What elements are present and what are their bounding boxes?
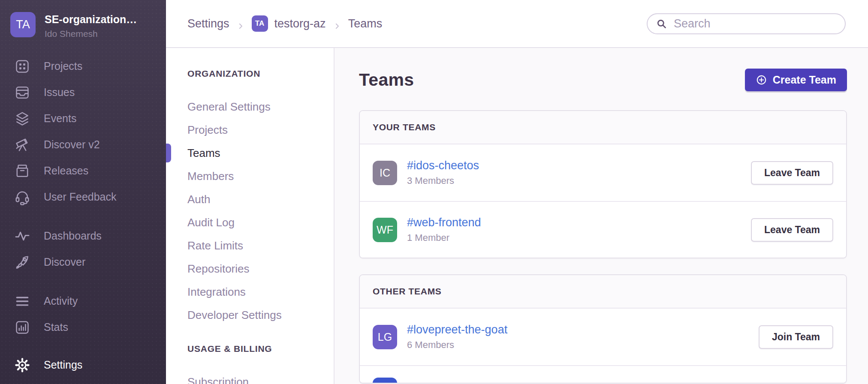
body-row: ORGANIZATION General SettingsProjectsTea… xyxy=(166,48,868,384)
sidebar-item-label: Projects xyxy=(44,60,82,72)
org-switcher[interactable]: TA SE-organization… Ido Shemesh xyxy=(0,0,166,39)
settings-nav-section: ORGANIZATION General SettingsProjectsTea… xyxy=(187,69,334,327)
search-icon xyxy=(656,18,667,30)
chevron-right-icon xyxy=(237,20,244,27)
settings-nav-item-repositories[interactable]: Repositories xyxy=(187,257,334,280)
sidebar-bottom: Settings xyxy=(0,352,166,378)
sidebar-item-label: Stats xyxy=(44,321,68,333)
sidebar-group: Dashboards Discover xyxy=(0,223,166,275)
page-head: Teams Create Team xyxy=(359,69,847,91)
team-row: WF #web-frontend 1 Member Leave Team xyxy=(360,201,846,258)
leave-team-button[interactable]: Leave Team xyxy=(751,218,833,242)
settings-nav-item-general-settings[interactable]: General Settings xyxy=(187,95,334,118)
settings-nav-section: USAGE & BILLING Subscription xyxy=(187,344,334,384)
breadcrumb-teams[interactable]: Teams xyxy=(348,17,383,30)
sidebar-item-label: Discover xyxy=(44,256,85,268)
team-avatar: WF xyxy=(373,218,397,242)
app-root: TA SE-organization… Ido Shemesh Projects… xyxy=(0,0,868,384)
settings-nav-item-auth[interactable]: Auth xyxy=(187,188,334,211)
breadcrumb-label: Settings xyxy=(187,17,229,30)
sidebar-item-activity[interactable]: Activity xyxy=(0,288,166,314)
sidebar-group: Projects Issues Events Discover v2 Relea… xyxy=(0,53,166,210)
stats-icon xyxy=(14,319,30,336)
team-row: IC #idos-cheetos 3 Members Leave Team xyxy=(360,144,846,201)
primary-nav: Projects Issues Events Discover v2 Relea… xyxy=(0,53,166,340)
team-panel: YOUR TEAMS IC #idos-cheetos 3 Members Le… xyxy=(359,110,847,258)
sidebar-item-label: User Feedback xyxy=(44,191,117,203)
user-name: Ido Shemesh xyxy=(45,29,137,39)
org-name: SE-organization… xyxy=(45,13,137,26)
team-member-count: 6 Members xyxy=(407,339,507,351)
settings-nav-item-projects[interactable]: Projects xyxy=(187,118,334,141)
team-avatar: LG xyxy=(373,325,397,349)
sidebar-item-user-feedback[interactable]: User Feedback xyxy=(0,184,166,210)
settings-nav-item-audit-log[interactable]: Audit Log xyxy=(187,211,334,234)
sidebar-item-label: Events xyxy=(44,112,76,125)
discover-v2-icon xyxy=(14,137,30,153)
sidebar-item-issues[interactable]: Issues xyxy=(0,79,166,105)
settings-nav-item-members[interactable]: Members xyxy=(187,165,334,188)
sidebar-item-label: Settings xyxy=(44,359,82,371)
sidebar-item-discover-v2[interactable]: Discover v2 xyxy=(0,132,166,158)
search-input[interactable] xyxy=(673,17,839,31)
sidebar-item-label: Discover v2 xyxy=(44,138,100,151)
activity-icon xyxy=(14,293,30,309)
sidebar-item-projects[interactable]: Projects xyxy=(0,53,166,79)
settings-nav-item-teams[interactable]: Teams xyxy=(187,141,334,165)
settings-icon xyxy=(14,357,30,373)
search-box[interactable] xyxy=(647,13,846,34)
breadcrumb-settings[interactable]: Settings xyxy=(187,17,229,30)
sidebar-group: Activity Stats xyxy=(0,288,166,340)
breadcrumb: SettingsTAtestorg-azTeams xyxy=(187,15,382,32)
org-avatar: TA xyxy=(10,12,36,37)
team-name-link[interactable]: #idos-cheetos xyxy=(407,159,479,172)
settings-nav-item-subscription[interactable]: Subscription xyxy=(187,370,334,384)
sidebar-item-label: Releases xyxy=(44,165,88,177)
breadcrumb-testorg-az[interactable]: TAtestorg-az xyxy=(252,15,326,32)
team-panel-header: YOUR TEAMS xyxy=(360,111,846,144)
settings-nav: ORGANIZATION General SettingsProjectsTea… xyxy=(166,48,335,384)
team-member-count: 1 Member xyxy=(407,232,481,243)
team-name-link[interactable]: #web-frontend xyxy=(407,216,481,229)
team-panel-header: OTHER TEAMS xyxy=(360,275,846,309)
create-team-button[interactable]: Create Team xyxy=(745,69,847,91)
sidebar-item-settings[interactable]: Settings xyxy=(0,352,166,378)
team-panels: YOUR TEAMS IC #idos-cheetos 3 Members Le… xyxy=(359,110,847,384)
team-name-link[interactable]: #lovepreet-the-goat xyxy=(407,323,507,336)
content-column: SettingsTAtestorg-azTeams ORGANIZATION G… xyxy=(166,0,868,384)
sidebar-item-label: Activity xyxy=(44,295,78,307)
join-team-button[interactable]: Join Team xyxy=(759,325,833,349)
plus-circle-icon xyxy=(756,74,767,86)
events-icon xyxy=(14,111,30,127)
breadcrumb-label: Teams xyxy=(348,17,383,30)
discover-icon xyxy=(14,254,30,270)
dashboards-icon xyxy=(14,228,30,244)
releases-icon xyxy=(14,163,30,179)
leave-team-button[interactable]: Leave Team xyxy=(751,161,833,185)
settings-nav-item-integrations[interactable]: Integrations xyxy=(187,280,334,303)
breadcrumb-label: testorg-az xyxy=(274,17,326,30)
sidebar-item-events[interactable]: Events xyxy=(0,105,166,132)
sidebar-item-stats[interactable]: Stats xyxy=(0,314,166,340)
create-team-label: Create Team xyxy=(773,74,836,86)
team-panel: OTHER TEAMS LG #lovepreet-the-goat 6 Mem… xyxy=(359,274,847,384)
page-title: Teams xyxy=(359,70,414,90)
team-avatar: IC xyxy=(373,161,397,185)
settings-nav-item-rate-limits[interactable]: Rate Limits xyxy=(187,234,334,257)
sidebar-item-label: Dashboards xyxy=(44,230,102,242)
sidebar-item-discover[interactable]: Discover xyxy=(0,249,166,275)
sidebar-item-dashboards[interactable]: Dashboards xyxy=(0,223,166,249)
chevron-right-icon xyxy=(333,20,341,27)
sidebar-item-releases[interactable]: Releases xyxy=(0,158,166,184)
user-feedback-icon xyxy=(14,189,30,205)
main-content: Teams Create Team YOUR TEAMS IC #idos-ch… xyxy=(335,48,868,384)
team-row xyxy=(360,365,846,383)
org-badge: TA xyxy=(252,15,268,32)
settings-nav-section-title: ORGANIZATION xyxy=(187,69,334,79)
topbar: SettingsTAtestorg-azTeams xyxy=(166,0,868,48)
org-switcher-text: SE-organization… Ido Shemesh xyxy=(45,12,137,39)
issues-icon xyxy=(14,84,30,101)
sidebar-item-label: Issues xyxy=(44,86,75,99)
team-row: LG #lovepreet-the-goat 6 Members Join Te… xyxy=(360,309,846,365)
settings-nav-item-developer-settings[interactable]: Developer Settings xyxy=(187,303,334,327)
